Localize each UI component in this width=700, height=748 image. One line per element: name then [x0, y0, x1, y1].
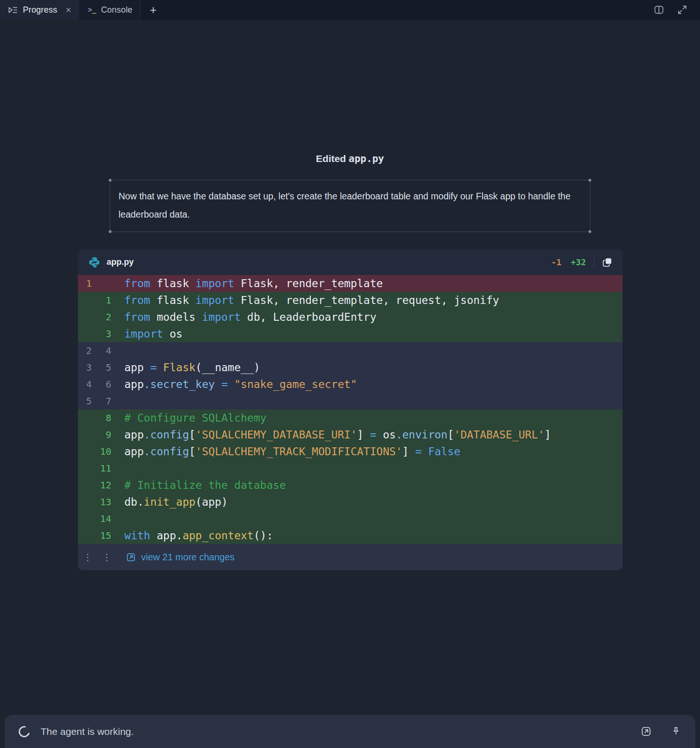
diff-line-added: 13db.init_app(app) — [78, 494, 623, 510]
open-in-new-icon[interactable] — [640, 726, 652, 737]
tab-bar-spacer — [166, 0, 653, 20]
code-text: # Initialize the database — [125, 477, 286, 494]
spinner-icon — [17, 724, 32, 739]
old-line-number — [78, 443, 92, 460]
new-line-number: 4 — [92, 342, 112, 359]
diff-line-added: 10app.config['SQLALCHEMY_TRACK_MODIFICAT… — [78, 443, 623, 460]
old-line-number — [78, 325, 92, 342]
tab-console-label: Console — [101, 5, 132, 15]
new-line-number: 6 — [92, 376, 112, 393]
old-line-number: 3 — [78, 359, 92, 376]
diff-line-context: 35app = Flask(__name__) — [78, 359, 623, 376]
diff-line-removed: 1from flask import Flask, render_templat… — [78, 275, 623, 292]
page-title-filename: app.py — [349, 153, 384, 164]
diff-line-added: 1from flask import Flask, render_templat… — [78, 292, 623, 309]
terminal-icon: >_ — [88, 6, 96, 14]
new-line-number: 14 — [92, 510, 112, 527]
diff-line-added: 8# Configure SQLAlchemy — [78, 409, 623, 426]
split-view-icon[interactable] — [653, 4, 665, 15]
diff-lines: 1from flask import Flask, render_templat… — [78, 275, 623, 544]
code-text: app.secret_key = "snake_game_secret" — [125, 376, 357, 393]
agent-status-bar: The agent is working. — [5, 715, 695, 748]
old-line-number — [78, 527, 92, 544]
new-line-number: 7 — [92, 393, 112, 409]
code-text: from models import db, LeaderboardEntry — [125, 309, 377, 325]
code-text: app.config['SQLALCHEMY_TRACK_MODIFICATIO… — [125, 443, 461, 460]
code-text: db.init_app(app) — [125, 494, 228, 510]
deletions-count: -1 — [551, 257, 561, 267]
old-line-number: 2 — [78, 342, 92, 359]
code-text: # Configure SQLAlchemy — [125, 409, 267, 426]
code-text: import os — [125, 325, 183, 342]
new-line-number: 9 — [92, 426, 112, 443]
view-more-changes-label: view 21 more changes — [141, 552, 235, 563]
progress-icon — [7, 5, 18, 15]
handle-dot — [109, 179, 112, 182]
tab-progress-label: Progress — [23, 5, 57, 15]
open-diff-icon — [126, 552, 136, 563]
diff-line-added: 11 — [78, 460, 623, 477]
new-line-number: 12 — [92, 477, 112, 494]
old-line-number: 4 — [78, 376, 92, 393]
diff-line-context: 24 — [78, 342, 623, 359]
new-line-number: 3 — [92, 325, 112, 342]
diff-line-added: 9app.config['SQLALCHEMY_DATABASE_URI'] =… — [78, 426, 623, 443]
ellipsis-icon: ⋮ — [92, 552, 112, 563]
new-tab-button[interactable]: + — [140, 0, 166, 20]
new-line-number: 5 — [92, 359, 112, 376]
old-line-number: 1 — [78, 275, 92, 292]
old-line-number — [78, 426, 92, 443]
tab-console[interactable]: >_ Console — [80, 0, 140, 20]
old-line-number — [78, 494, 92, 510]
old-line-number: 5 — [78, 393, 92, 409]
tab-progress[interactable]: Progress × — [0, 0, 79, 20]
python-icon — [88, 256, 100, 268]
old-line-number — [78, 510, 92, 527]
code-card-footer: ⋮ ⋮ view 21 more changes — [78, 544, 623, 570]
new-line-number: 8 — [92, 409, 112, 426]
copy-icon[interactable] — [602, 256, 613, 268]
diff-line-added: 12# Initialize the database — [78, 477, 623, 494]
handle-dot — [109, 230, 112, 233]
diff-line-added: 3import os — [78, 325, 623, 342]
code-text: app = Flask(__name__) — [125, 359, 260, 376]
tab-bar: Progress × >_ Console + — [0, 0, 700, 20]
new-line-number: 10 — [92, 443, 112, 460]
agent-message-box: Now that we have the database set up, le… — [110, 180, 590, 232]
handle-dot — [588, 230, 591, 233]
diff-line-added: 15with app.app_context(): — [78, 527, 623, 544]
close-icon[interactable]: × — [65, 5, 72, 14]
diff-line-context: 57 — [78, 393, 623, 409]
expand-icon[interactable] — [677, 4, 688, 15]
page-title: Edited app.py — [0, 153, 700, 164]
new-line-number — [92, 275, 112, 292]
new-line-number: 1 — [92, 292, 112, 309]
old-line-number — [78, 460, 92, 477]
new-line-number: 2 — [92, 309, 112, 325]
old-line-number — [78, 292, 92, 309]
code-card-header: app.py -1 +32 — [78, 249, 623, 275]
handle-dot — [588, 179, 591, 182]
diff-line-context: 46app.secret_key = "snake_game_secret" — [78, 376, 623, 393]
diff-line-added: 14 — [78, 510, 623, 527]
ellipsis-icon: ⋮ — [78, 552, 92, 563]
header-divider — [594, 257, 594, 268]
new-line-number: 13 — [92, 494, 112, 510]
view-more-changes-link[interactable]: view 21 more changes — [126, 552, 235, 563]
diff-filename: app.py — [107, 257, 134, 267]
new-line-number: 11 — [92, 460, 112, 477]
code-text: with app.app_context(): — [125, 527, 273, 544]
pin-icon[interactable] — [671, 726, 681, 737]
old-line-number — [78, 309, 92, 325]
new-line-number: 15 — [92, 527, 112, 544]
code-diff-card: app.py -1 +32 1from flask import Flask, … — [78, 249, 623, 570]
diff-line-added: 2from models import db, LeaderboardEntry — [78, 309, 623, 325]
agent-status-text: The agent is working. — [41, 726, 134, 737]
progress-panel: Edited app.py Now that we have the datab… — [0, 153, 700, 570]
old-line-number — [78, 477, 92, 494]
agent-message-text: Now that we have the database set up, le… — [119, 187, 581, 224]
code-text: app.config['SQLALCHEMY_DATABASE_URI'] = … — [125, 426, 551, 443]
code-text: from flask import Flask, render_template — [125, 275, 383, 292]
code-text: from flask import Flask, render_template… — [125, 292, 499, 309]
additions-count: +32 — [571, 257, 586, 267]
